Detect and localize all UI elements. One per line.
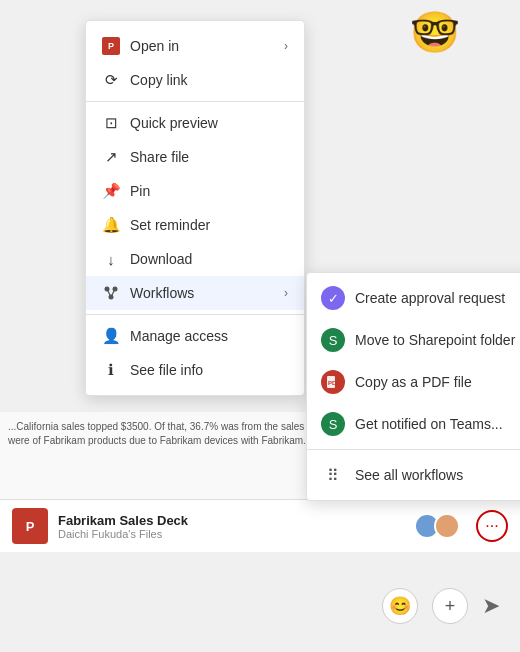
create-approval-icon: ✓: [321, 286, 345, 310]
get-notified-icon: S: [321, 412, 345, 436]
menu-label-copy-link: Copy link: [130, 72, 288, 88]
copy-link-icon: ⟳: [102, 71, 120, 89]
menu-group-1: P Open in › ⟳ Copy link: [86, 25, 304, 102]
menu-group-3: 👤 Manage access ℹ See file info: [86, 315, 304, 391]
open-in-icon: P: [102, 37, 120, 55]
submenu-item-move-sharepoint[interactable]: S Move to Sharepoint folder: [307, 319, 520, 361]
menu-item-pin[interactable]: 📌 Pin: [86, 174, 304, 208]
file-subtitle: Daichi Fukuda's Files: [58, 528, 404, 540]
move-sharepoint-icon: S: [321, 328, 345, 352]
menu-label-see-file-info: See file info: [130, 362, 288, 378]
send-button[interactable]: ➤: [482, 593, 500, 619]
menu-item-see-file-info[interactable]: ℹ See file info: [86, 353, 304, 387]
submenu-item-get-notified[interactable]: S Get notified on Teams...: [307, 403, 520, 445]
emoji-icon: 😊: [389, 595, 411, 617]
menu-item-copy-link[interactable]: ⟳ Copy link: [86, 63, 304, 97]
see-all-workflows-icon: ⠿: [321, 463, 345, 487]
download-icon: ↓: [102, 250, 120, 268]
menu-item-open-in[interactable]: P Open in ›: [86, 29, 304, 63]
workflows-icon: [102, 284, 120, 302]
file-name: Fabrikam Sales Deck: [58, 513, 404, 528]
menu-group-2: ⊡ Quick preview ↗ Share file 📌 Pin 🔔 Set…: [86, 102, 304, 315]
workflows-submenu: ✓ Create approval request S Move to Shar…: [306, 272, 520, 501]
avatar-emoji: 🤓: [410, 10, 460, 54]
file-bar: P Fabrikam Sales Deck Daichi Fukuda's Fi…: [0, 499, 520, 552]
menu-label-manage-access: Manage access: [130, 328, 288, 344]
avatar-2: [434, 513, 460, 539]
menu-label-open-in: Open in: [130, 38, 274, 54]
file-info: Fabrikam Sales Deck Daichi Fukuda's File…: [58, 513, 404, 540]
avatar: 🤓: [410, 12, 460, 52]
file-type-icon: P: [12, 508, 48, 544]
pin-icon: 📌: [102, 182, 120, 200]
quick-preview-icon: ⊡: [102, 114, 120, 132]
manage-access-icon: 👤: [102, 327, 120, 345]
submenu-label-get-notified: Get notified on Teams...: [355, 416, 503, 432]
send-icon: ➤: [482, 593, 500, 618]
submenu-label-copy-pdf: Copy as a PDF file: [355, 374, 472, 390]
submenu-item-create-approval[interactable]: ✓ Create approval request: [307, 277, 520, 319]
menu-item-manage-access[interactable]: 👤 Manage access: [86, 319, 304, 353]
submenu-item-copy-pdf[interactable]: PDF Copy as a PDF file: [307, 361, 520, 403]
add-icon: +: [445, 596, 456, 617]
menu-item-quick-preview[interactable]: ⊡ Quick preview: [86, 106, 304, 140]
submenu-label-move-sharepoint: Move to Sharepoint folder: [355, 332, 515, 348]
share-file-icon: ↗: [102, 148, 120, 166]
menu-label-quick-preview: Quick preview: [130, 115, 288, 131]
menu-label-pin: Pin: [130, 183, 288, 199]
submenu-item-see-all-workflows[interactable]: ⠿ See all workflows: [307, 454, 520, 496]
copy-pdf-icon: PDF: [321, 370, 345, 394]
emoji-button[interactable]: 😊: [382, 588, 418, 624]
svg-text:PDF: PDF: [328, 380, 340, 386]
add-button[interactable]: +: [432, 588, 468, 624]
avatar-stack: [414, 513, 460, 539]
submenu-label-see-all-workflows: See all workflows: [355, 467, 463, 483]
open-in-arrow: ›: [284, 39, 288, 53]
menu-item-download[interactable]: ↓ Download: [86, 242, 304, 276]
menu-label-workflows: Workflows: [130, 285, 274, 301]
menu-label-set-reminder: Set reminder: [130, 217, 288, 233]
set-reminder-icon: 🔔: [102, 216, 120, 234]
menu-label-share-file: Share file: [130, 149, 288, 165]
workflows-arrow: ›: [284, 286, 288, 300]
context-menu: P Open in › ⟳ Copy link ⊡ Quick preview …: [85, 20, 305, 396]
menu-item-workflows[interactable]: Workflows › ✓ Create approval request S …: [86, 276, 304, 310]
submenu-label-create-approval: Create approval request: [355, 290, 505, 306]
menu-item-set-reminder[interactable]: 🔔 Set reminder: [86, 208, 304, 242]
menu-item-share-file[interactable]: ↗ Share file: [86, 140, 304, 174]
bottom-toolbar: 😊 + ➤: [0, 580, 520, 632]
more-button[interactable]: ···: [476, 510, 508, 542]
see-file-info-icon: ℹ: [102, 361, 120, 379]
menu-label-download: Download: [130, 251, 288, 267]
submenu-divider: [307, 449, 520, 450]
